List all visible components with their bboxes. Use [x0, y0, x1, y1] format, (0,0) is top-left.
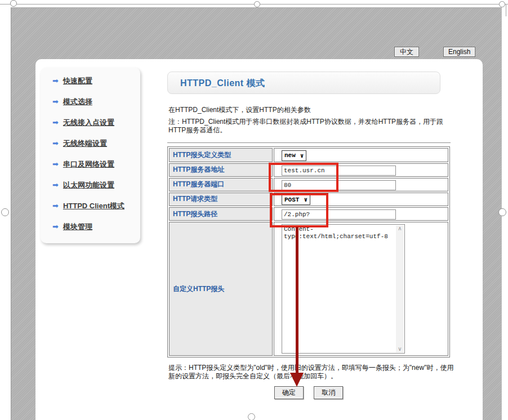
- resize-handle-top-left[interactable]: [10, 0, 17, 7]
- http-header-type-label: HTTP报头定义类型: [169, 148, 273, 162]
- page-title-box: HTTPD_Client 模式: [167, 72, 440, 94]
- resize-handle-top-right[interactable]: [499, 1, 505, 7]
- sidebar-nav: ➡ 快速配置 ➡ 模式选择 ➡ 无线接入点设置 ➡ 无线终端设置 ➡ 串口及: [41, 68, 140, 243]
- content-panel: ➡ 快速配置 ➡ 模式选择 ➡ 无线接入点设置 ➡ 无线终端设置 ➡ 串口及: [35, 59, 483, 420]
- resize-handle-middle-right[interactable]: [498, 208, 506, 216]
- arrow-right-icon: ➡: [52, 223, 59, 230]
- sidebar-item-wireless-sta-settings[interactable]: ➡ 无线终端设置: [41, 133, 140, 154]
- arrow-right-icon: ➡: [52, 202, 59, 209]
- sidebar-item-label: 串口及网络设置: [63, 159, 114, 169]
- sidebar-item-ethernet-settings[interactable]: ➡ 以太网功能设置: [41, 175, 140, 195]
- hint-text: 提示：HTTP报头定义类型为"old"时，使用旧的设置方法，即填写每一条报头；为…: [168, 364, 460, 381]
- sidebar-item-label: 快速配置: [63, 76, 92, 86]
- language-english-button[interactable]: English: [443, 47, 475, 57]
- http-request-type-label: HTTP请求类型: [169, 193, 273, 207]
- form-buttons: 确定 取消: [167, 386, 450, 399]
- separator-line: [167, 142, 451, 143]
- annotation-arrow-head-icon: [290, 373, 304, 387]
- annotation-arrow-stem: [296, 227, 298, 373]
- resize-handle-top-center[interactable]: [254, 1, 260, 7]
- annotation-highlight-server-fields: [269, 163, 338, 192]
- http-header-type-select[interactable]: new ∨: [282, 150, 306, 161]
- sidebar-item-label: 模式选择: [63, 97, 92, 107]
- resize-handle-middle-left[interactable]: [1, 208, 9, 216]
- arrow-right-icon: ➡: [52, 98, 59, 105]
- selection-frame-corner: [506, 4, 506, 16]
- chevron-down-icon: ∨: [300, 152, 304, 159]
- cancel-button[interactable]: 取消: [314, 386, 343, 399]
- page-title: HTTPD_Client 模式: [168, 72, 440, 90]
- mode-description: 在HTTPD_Client模式下，设置HTTP的相关参数: [168, 105, 311, 115]
- screenshot-root: 中文 English ➡ 快速配置 ➡ 模式选择 ➡ 无线接入点设置 ➡: [0, 0, 508, 420]
- sidebar-item-label: 以太网功能设置: [63, 180, 114, 190]
- sidebar-item-wireless-ap-settings[interactable]: ➡ 无线接入点设置: [41, 112, 140, 133]
- sidebar-item-module-management[interactable]: ➡ 模块管理: [41, 216, 140, 237]
- arrow-right-icon: ➡: [52, 181, 59, 189]
- table-row: HTTP报头定义类型 new ∨: [169, 148, 448, 162]
- sidebar-item-httpd-client-mode[interactable]: ➡ HTTPD Client模式: [41, 195, 140, 216]
- sidebar-item-label: 无线接入点设置: [63, 118, 114, 128]
- sidebar-item-quick-config[interactable]: ➡ 快速配置: [41, 70, 140, 91]
- sidebar-item-label: 模块管理: [63, 222, 92, 232]
- resize-handle-bottom-center[interactable]: [248, 413, 255, 420]
- sidebar-item-label: 无线终端设置: [63, 138, 107, 149]
- custom-http-header-label: 自定义HTTP报头: [169, 222, 273, 356]
- arrow-right-icon: ➡: [52, 140, 59, 147]
- http-server-port-label: HTTP服务器端口: [169, 178, 273, 191]
- http-header-path-label: HTTP报头路径: [169, 207, 273, 221]
- sidebar-item-serial-network-settings[interactable]: ➡ 串口及网络设置: [41, 154, 140, 175]
- arrow-right-icon: ➡: [52, 119, 59, 126]
- scroll-up-icon[interactable]: ∧: [398, 225, 402, 232]
- mode-note: 注：HTTPD_Client模式用于将串口数据封装成HTTP协议数据，并发给HT…: [168, 118, 457, 135]
- arrow-right-icon: ➡: [52, 160, 59, 168]
- sidebar-item-label: HTTPD Client模式: [63, 201, 124, 211]
- language-chinese-button[interactable]: 中文: [394, 47, 419, 57]
- arrow-right-icon: ➡: [52, 77, 59, 84]
- ok-button[interactable]: 确定: [274, 386, 304, 399]
- annotation-highlight-request-fields: [270, 193, 328, 227]
- sidebar-item-mode-select[interactable]: ➡ 模式选择: [41, 91, 140, 112]
- http-server-address-label: HTTP服务器地址: [169, 163, 273, 177]
- custom-http-header-textarea[interactable]: Content-type:text/html;charset=utf-8 ∧ ∨: [282, 224, 405, 354]
- sidebar-menu: ➡ 快速配置 ➡ 模式选择 ➡ 无线接入点设置 ➡ 无线终端设置 ➡ 串口及: [41, 68, 140, 237]
- table-row: 自定义HTTP报头 Content-type:text/html;charset…: [169, 222, 448, 356]
- scroll-down-icon[interactable]: ∨: [398, 346, 402, 352]
- textarea-scrollbar[interactable]: ∧ ∨: [396, 225, 404, 352]
